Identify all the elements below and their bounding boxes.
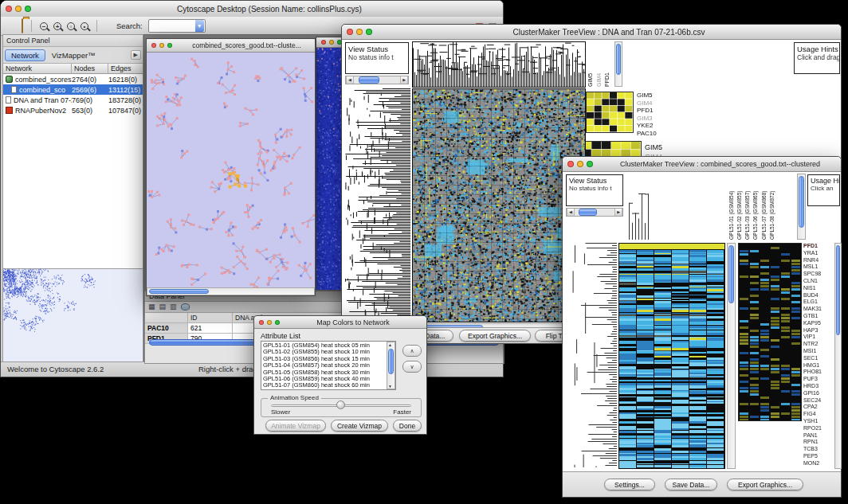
gene-label[interactable]: GIM4 xyxy=(637,100,665,107)
close-button[interactable] xyxy=(567,161,574,167)
scrollbar-thumb[interactable] xyxy=(579,209,597,216)
maximize-button[interactable] xyxy=(366,29,372,35)
vertical-scrollbar[interactable] xyxy=(797,174,806,240)
close-button[interactable] xyxy=(321,40,326,45)
attribute-listbox[interactable]: GPL51-01 (GSM854) heat shock 05 minGPL51… xyxy=(261,341,396,390)
scroll-left-icon[interactable]: ◀ xyxy=(346,76,354,84)
attribute-create-icon[interactable]: ▤ xyxy=(159,303,167,311)
maximize-button[interactable] xyxy=(275,320,280,325)
gene-label[interactable]: SEC24 xyxy=(803,397,834,404)
gene-label[interactable]: RNR4 xyxy=(803,257,834,264)
column-header-id[interactable]: ID xyxy=(188,313,233,323)
column-header-nodes[interactable]: Nodes xyxy=(72,64,108,74)
zoom-heatmap-canvas[interactable] xyxy=(739,244,801,420)
create-vizmap-button[interactable]: Create Vizmap xyxy=(331,420,388,432)
gene-label[interactable]: SEC1 xyxy=(803,355,834,362)
export-graphics-button[interactable]: Export Graphics... xyxy=(459,330,531,342)
column-label[interactable]: GPL51-06 (GSM865) xyxy=(752,174,758,240)
column-dendrogram-canvas[interactable] xyxy=(413,42,585,87)
table-cell[interactable]: 621 xyxy=(188,323,233,334)
gene-label[interactable]: NIS1 xyxy=(803,285,834,292)
gene-label[interactable]: YKE2 xyxy=(637,122,665,130)
gene-label[interactable]: RPN1 xyxy=(803,439,834,446)
gene-label[interactable]: VIP1 xyxy=(803,334,834,341)
scroll-down-icon[interactable]: ▼ xyxy=(388,384,392,389)
minimize-button[interactable] xyxy=(267,320,272,325)
maximize-button[interactable] xyxy=(587,161,593,167)
vertical-scrollbar[interactable]: ▲ ▼ xyxy=(387,342,395,389)
close-button[interactable] xyxy=(259,320,264,325)
row-header[interactable]: PAC10 xyxy=(145,323,188,334)
tab-network[interactable]: Network xyxy=(5,49,45,61)
minimize-button[interactable] xyxy=(159,43,164,48)
network-list-row[interactable]: RNAPuberNov2 563(0) 107847(0) xyxy=(3,105,143,115)
column-label[interactable]: GPL51-07 (GSM868) xyxy=(761,174,767,240)
gene-label[interactable]: PUF3 xyxy=(803,376,834,383)
gene-label[interactable]: MAK31 xyxy=(803,306,834,313)
close-button[interactable] xyxy=(6,6,12,12)
export-graphics-button[interactable]: Export Graphics... xyxy=(727,479,803,490)
gene-label[interactable]: HMG1 xyxy=(803,362,834,369)
zoom-out-icon[interactable]: − xyxy=(40,22,48,30)
gene-label[interactable]: HAP3 xyxy=(803,327,834,334)
gene-label[interactable]: BUD4 xyxy=(803,292,834,299)
slider-thumb[interactable] xyxy=(336,400,345,409)
gene-label[interactable]: GIM5 xyxy=(637,92,665,100)
network-overview-thumbnail[interactable] xyxy=(3,269,143,361)
mini-scrollbar[interactable]: ◀ ▶ xyxy=(566,208,623,217)
vertical-scrollbar[interactable] xyxy=(727,243,736,469)
mini-scrollbar[interactable]: ◀ ▶ xyxy=(345,76,409,84)
column-label[interactable]: GPL51-03 (GSM857) xyxy=(744,174,750,240)
scrollbar-thumb[interactable] xyxy=(836,245,840,335)
scrollbar-thumb[interactable] xyxy=(616,44,621,75)
animate-vizmap-button[interactable]: Animate Vizmap xyxy=(265,420,326,432)
gene-label[interactable]: YRA1 xyxy=(803,250,834,257)
heatmap-canvas[interactable] xyxy=(619,244,724,468)
treeview-combined-titlebar[interactable]: ClusterMaker TreeView : combined_scores_… xyxy=(563,157,841,172)
network-window-titlebar[interactable]: combined_scores_good.txt--cluste... xyxy=(147,39,315,53)
treeview-dna-titlebar[interactable]: ClusterMaker TreeView : DNA and Tran 07-… xyxy=(342,25,841,40)
settings-button[interactable]: Settings... xyxy=(604,479,655,490)
scrollbar-thumb[interactable] xyxy=(799,176,804,228)
gene-label[interactable]: RPO21 xyxy=(803,425,834,432)
gene-label[interactable]: CLN1 xyxy=(803,278,834,285)
save-data-button[interactable]: Save Data... xyxy=(665,479,717,490)
scroll-right-icon[interactable]: ▶ xyxy=(614,209,622,216)
gene-label[interactable]: MSL1 xyxy=(803,264,834,271)
move-up-button[interactable]: ∧ xyxy=(402,345,422,357)
gene-label[interactable]: PAC10 xyxy=(637,130,665,138)
gene-label[interactable]: MON2 xyxy=(803,460,834,467)
gene-label[interactable]: FIG4 xyxy=(803,411,834,418)
row-dendrogram-canvas[interactable] xyxy=(345,88,410,321)
gene-label[interactable]: HRD3 xyxy=(803,383,834,390)
gene-label[interactable]: KAP95 xyxy=(803,320,834,327)
gene-label[interactable]: NTR2 xyxy=(803,341,834,348)
vertical-scrollbar[interactable] xyxy=(614,41,622,87)
gene-label[interactable]: SPC98 xyxy=(803,271,834,278)
column-label[interactable]: GPL51-08 (GSM872) xyxy=(769,174,775,240)
gene-label[interactable]: ELG1 xyxy=(803,299,834,306)
column-dendrogram-canvas[interactable] xyxy=(626,174,727,240)
zoom-selected-icon[interactable]: • xyxy=(80,22,88,30)
attribute-select-icon[interactable]: ▦ xyxy=(148,303,155,311)
attribute-item[interactable]: GPL51-07 (GSM860) heat shock 60 min xyxy=(263,382,386,389)
network-list-row[interactable]: combined_scores 2764(0) 16218(0) xyxy=(3,74,143,84)
column-label[interactable]: GIM4 xyxy=(596,41,603,87)
correlation-matrix-summary-canvas[interactable] xyxy=(587,92,633,132)
gene-label[interactable]: PAN1 xyxy=(803,432,834,440)
column-header-network[interactable]: Network xyxy=(3,64,72,74)
gene-label[interactable]: GIM5 xyxy=(645,143,677,152)
network-list-row-selected[interactable]: combined_sco 2569(6) 13112(15) xyxy=(3,84,143,95)
gene-label[interactable]: TCB3 xyxy=(803,446,834,453)
horizontal-scrollbar[interactable] xyxy=(147,287,315,295)
scrollbar-thumb[interactable] xyxy=(149,289,209,294)
gene-label[interactable]: PEP5 xyxy=(803,453,834,460)
close-button[interactable] xyxy=(347,29,353,35)
tab-overflow-button[interactable]: ▶ xyxy=(131,50,141,60)
gene-label[interactable]: GPI16 xyxy=(803,390,834,397)
vertical-scrollbar[interactable] xyxy=(834,243,842,469)
column-label[interactable]: GPL51-01 (GSM854) xyxy=(728,174,734,240)
move-down-button[interactable]: ∨ xyxy=(402,361,422,373)
gene-label[interactable]: CPA2 xyxy=(803,404,834,411)
dialog-titlebar[interactable]: Map Colors to Network xyxy=(254,316,426,329)
